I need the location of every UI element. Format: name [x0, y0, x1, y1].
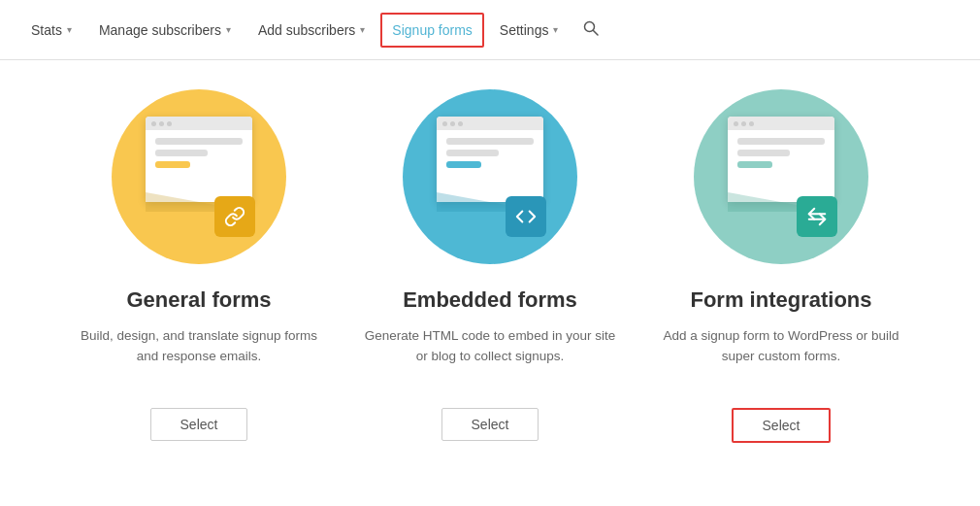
general-forms-card: General forms Build, design, and transla… [53, 89, 344, 443]
general-forms-icon [112, 89, 286, 264]
svg-line-1 [594, 30, 599, 35]
nav-settings[interactable]: Settings ▾ [488, 13, 571, 48]
search-button[interactable] [577, 13, 604, 48]
nav-settings-chevron: ▾ [553, 24, 558, 35]
search-icon [583, 20, 599, 36]
embedded-forms-desc: Generate HTML code to embed in your site… [364, 326, 616, 387]
nav-manage-label: Manage subscribers [99, 22, 221, 38]
browser-mockup-blue [437, 117, 543, 202]
code-svg [515, 206, 537, 227]
browser-mockup-teal [728, 117, 834, 202]
arrows-icon [797, 196, 837, 237]
nav-settings-label: Settings [500, 22, 549, 38]
link-svg [224, 206, 245, 227]
nav-stats-label: Stats [31, 22, 62, 38]
code-icon [506, 196, 546, 237]
cards-container: General forms Build, design, and transla… [0, 60, 980, 482]
embedded-forms-icon [403, 89, 577, 264]
browser-mockup-yellow [146, 117, 252, 202]
general-forms-title: General forms [126, 287, 271, 313]
nav-stats[interactable]: Stats ▾ [19, 13, 83, 48]
general-forms-desc: Build, design, and translate signup form… [73, 326, 325, 387]
form-integrations-icon [694, 89, 868, 264]
form-integrations-select-btn[interactable]: Select [732, 408, 832, 443]
form-integrations-title: Form integrations [690, 287, 871, 313]
nav-add-label: Add subscribers [258, 22, 355, 38]
nav-stats-chevron: ▾ [67, 24, 72, 35]
form-integrations-card: Form integrations Add a signup form to W… [636, 89, 927, 443]
arrows-svg [806, 206, 828, 227]
embedded-forms-card: Embedded forms Generate HTML code to emb… [344, 89, 636, 443]
embedded-forms-select-btn[interactable]: Select [441, 408, 539, 441]
embedded-forms-title: Embedded forms [403, 287, 577, 313]
general-forms-select-btn[interactable]: Select [150, 408, 248, 441]
link-icon [214, 196, 255, 237]
nav-add-chevron: ▾ [360, 24, 365, 35]
nav-manage-subscribers[interactable]: Manage subscribers ▾ [87, 13, 243, 48]
nav-add-subscribers[interactable]: Add subscribers ▾ [246, 13, 376, 48]
form-integrations-desc: Add a signup form to WordPress or build … [655, 326, 907, 387]
nav-signup-forms[interactable]: Signup forms [380, 13, 483, 48]
nav-signup-label: Signup forms [392, 22, 472, 38]
main-nav: Stats ▾ Manage subscribers ▾ Add subscri… [0, 0, 980, 60]
nav-manage-chevron: ▾ [226, 24, 231, 35]
